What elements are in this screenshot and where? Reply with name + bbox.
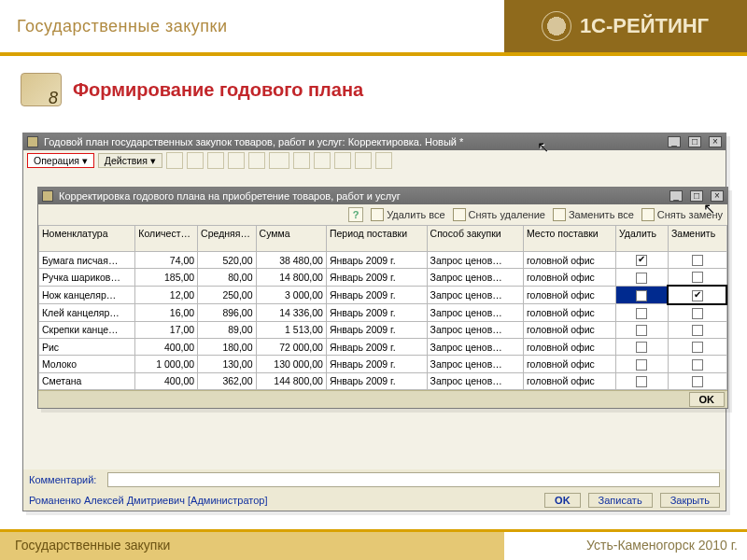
cell-sum[interactable]: 144 800,00 [256,372,326,389]
cell-method[interactable]: Запрос ценов… [427,356,523,372]
maximize-button[interactable]: □ [690,190,703,202]
column-header[interactable]: Способ закупки [427,226,523,252]
cell-qty[interactable]: 185,00 [135,269,198,287]
cell-name[interactable]: Бумага писчая… [39,252,135,269]
table-row[interactable]: Бумага писчая…74,00520,0038 480,00Январь… [39,252,727,269]
cell-replace[interactable] [668,304,726,322]
toolbar-icon[interactable] [166,152,183,169]
cell-name[interactable]: Рис [39,339,135,356]
cell-period[interactable]: Январь 2009 г. [326,269,427,287]
cell-period[interactable]: Январь 2009 г. [326,252,427,269]
cell-place[interactable]: головной офис [523,304,615,322]
table-row[interactable]: Клей канцеляр…16,00896,0014 336,00Январь… [39,304,727,322]
column-header[interactable]: Заменить [668,226,726,252]
table-row[interactable]: Рис400,00180,0072 000,00Январь 2009 г.За… [39,339,727,356]
cell-name[interactable]: Сметана [39,372,135,389]
cell-sum[interactable]: 38 480,00 [256,252,326,269]
cell-sum[interactable]: 14 800,00 [256,269,326,287]
cell-delete[interactable] [615,269,668,287]
replace-checkbox[interactable] [692,325,703,336]
cell-method[interactable]: Запрос ценов… [427,321,523,338]
cell-method[interactable]: Запрос ценов… [427,339,523,356]
comment-input[interactable] [107,472,720,487]
write-button[interactable]: Записать [588,493,653,508]
table-row[interactable]: Скрепки канце…17,0089,001 513,00Январь 2… [39,321,727,338]
cell-period[interactable]: Январь 2009 г. [326,356,427,372]
cell-qty[interactable]: 16,00 [135,304,198,322]
table-row[interactable]: Молоко1 000,00130,00130 000,00Январь 200… [39,356,727,372]
cell-place[interactable]: головной офис [523,286,615,303]
toolbar-icon[interactable] [228,152,245,169]
delete-checkbox[interactable] [636,342,647,353]
cell-price[interactable]: 250,00 [198,286,256,303]
cell-period[interactable]: Январь 2009 г. [326,321,427,338]
cell-name[interactable]: Скрепки канце… [39,321,135,338]
cell-place[interactable]: головной офис [523,269,615,287]
cell-price[interactable]: 896,00 [198,304,256,322]
replace-checkbox[interactable] [692,255,703,266]
cell-replace[interactable] [668,286,726,303]
cell-sum[interactable]: 1 513,00 [256,321,326,338]
delete-checkbox[interactable] [636,290,647,301]
table-row[interactable]: Сметана400,00362,00144 800,00Январь 2009… [39,372,727,389]
cell-name[interactable]: Ручка шариков… [39,269,135,287]
toolbar-icon[interactable] [375,152,392,169]
cell-delete[interactable] [615,321,668,338]
replace-checkbox[interactable] [692,290,703,301]
cell-delete[interactable] [615,372,668,389]
delete-checkbox[interactable] [636,308,647,319]
cell-place[interactable]: головной офис [523,321,615,338]
toolbar-icon[interactable] [334,152,351,169]
cell-period[interactable]: Январь 2009 г. [326,372,427,389]
titlebar-correction[interactable]: Корректировка годового плана на приобрет… [38,188,727,204]
cell-qty[interactable]: 400,00 [135,339,198,356]
replace-checkbox[interactable] [692,359,703,371]
cell-method[interactable]: Запрос ценов… [427,286,523,303]
cell-qty[interactable]: 17,00 [135,321,198,338]
column-header[interactable]: Средняя цена [198,226,256,252]
delete-checkbox[interactable] [636,273,647,284]
cell-method[interactable]: Запрос ценов… [427,252,523,269]
maximize-button[interactable]: □ [688,136,701,147]
cell-period[interactable]: Январь 2009 г. [326,304,427,322]
cell-qty[interactable]: 400,00 [135,372,198,389]
cell-place[interactable]: головной офис [523,252,615,269]
delete-checkbox[interactable] [636,359,647,371]
minimize-button[interactable]: _ [668,136,681,147]
delete-checkbox[interactable] [636,376,647,387]
toolbar-icon[interactable] [207,152,224,169]
cell-delete[interactable] [615,304,668,322]
table-row[interactable]: Ручка шариков…185,0080,0014 800,00Январь… [39,269,727,287]
cell-replace[interactable] [668,356,726,372]
cell-price[interactable]: 130,00 [198,356,256,372]
cell-name[interactable]: Нож канцеляр… [39,286,135,303]
cell-name[interactable]: Молоко [39,356,135,372]
replace-checkbox[interactable] [692,342,703,353]
cell-price[interactable]: 180,00 [198,339,256,356]
operation-button[interactable]: Операция ▾ [27,153,94,168]
column-header[interactable]: Количест… [135,226,198,252]
cell-method[interactable]: Запрос ценов… [427,304,523,322]
cell-place[interactable]: головной офис [523,372,615,389]
cell-place[interactable]: головной офис [523,339,615,356]
toolbar-icon[interactable] [293,152,310,169]
replace-checkbox[interactable] [692,376,703,387]
ok-button[interactable]: OK [544,493,581,508]
delete-checkbox[interactable] [636,255,647,266]
cell-delete[interactable] [615,252,668,269]
cell-sum[interactable]: 3 000,00 [256,286,326,303]
column-header[interactable]: Сумма [256,226,326,252]
cell-sum[interactable]: 130 000,00 [256,356,326,372]
cell-price[interactable]: 89,00 [198,321,256,338]
cell-delete[interactable] [615,286,668,303]
cell-qty[interactable]: 1 000,00 [135,356,198,372]
column-header[interactable]: Период поставки [326,226,427,252]
toolbar-icon[interactable] [355,152,372,169]
cell-replace[interactable] [668,339,726,356]
toolbar-icon[interactable] [248,152,265,169]
column-header[interactable]: Номенклатура [39,226,135,252]
cell-period[interactable]: Январь 2009 г. [326,286,427,303]
column-header[interactable]: Место поставки [523,226,615,252]
cell-qty[interactable]: 74,00 [135,252,198,269]
delete-checkbox[interactable] [636,325,647,336]
